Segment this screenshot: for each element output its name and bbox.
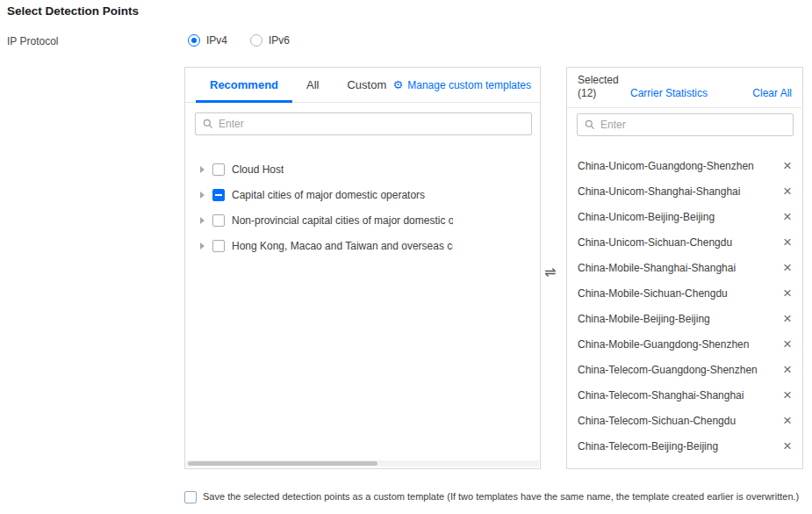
source-search-input[interactable]: [219, 118, 524, 130]
selected-item-label: China-Telecom-Sichuan-Chengdu: [578, 415, 776, 427]
remove-item-icon[interactable]: ×: [783, 158, 792, 173]
remove-item-icon[interactable]: ×: [783, 184, 792, 199]
selected-search-input[interactable]: [600, 119, 786, 131]
selected-item-row: China-Unicom-Guangdong-Shenzhen ×: [567, 153, 802, 178]
tree-item[interactable]: Capital cities of major domestic operato…: [185, 182, 540, 207]
selected-count-value: (12): [578, 87, 596, 99]
tree-item-label: Capital cities of major domestic operato…: [232, 189, 425, 201]
source-search-box: [195, 112, 532, 135]
selected-title-text: Selected: [578, 74, 619, 86]
expand-caret-icon[interactable]: [200, 192, 205, 199]
tree-item-checkbox[interactable]: [212, 240, 225, 252]
tree-item[interactable]: Hong Kong, Macao and Taiwan and overseas…: [185, 233, 540, 258]
selected-item-label: China-Telecom-Guangdong-Shenzhen: [578, 364, 776, 376]
remove-item-icon[interactable]: ×: [783, 362, 792, 377]
tree-item[interactable]: Non-provincial capital cities of major d…: [185, 207, 540, 233]
selected-item-label: China-Telecom-Beijing-Beijing: [578, 440, 776, 452]
source-panel: Recommend All Custom ⚙ Manage custom tem…: [184, 67, 541, 469]
remove-item-icon[interactable]: ×: [783, 438, 792, 453]
selected-panel: Selected (12) Carrier Statistics Clear A…: [566, 67, 803, 469]
selected-item-row: China-Unicom-Sichuan-Chengdu ×: [567, 229, 802, 255]
tab-recommend[interactable]: Recommend: [196, 68, 292, 102]
selected-item-row: China-Telecom-Sichuan-Chengdu ×: [567, 408, 802, 433]
remove-item-icon[interactable]: ×: [783, 387, 792, 402]
ip-protocol-label: IP Protocol: [7, 35, 58, 47]
selected-search-box: [577, 113, 794, 136]
tree-list: Cloud Host Capital cities of major domes…: [185, 156, 540, 258]
selected-item-row: China-Mobile-Sichuan-Chengdu ×: [567, 280, 802, 306]
search-icon: [203, 119, 213, 129]
tree-item-checkbox[interactable]: [212, 163, 225, 176]
gear-icon: ⚙: [393, 79, 404, 90]
scrollbar-thumb[interactable]: [188, 461, 377, 466]
selected-item-label: China-Mobile-Beijing-Beijing: [578, 313, 776, 325]
selected-item-row: China-Mobile-Beijing-Beijing ×: [567, 306, 802, 331]
tree-item-label: Cloud Host: [232, 163, 284, 176]
tab-custom[interactable]: Custom: [333, 68, 400, 102]
tree-item-checkbox[interactable]: [212, 189, 225, 201]
selected-item-label: China-Unicom-Guangdong-Shenzhen: [578, 160, 776, 172]
selected-item-label: China-Mobile-Shanghai-Shanghai: [578, 262, 776, 274]
selected-list: China-Unicom-Guangdong-Shenzhen × China-…: [567, 153, 802, 459]
save-template-row: Save the selected detection points as a …: [184, 490, 804, 503]
radio-ipv6[interactable]: IPv6: [250, 34, 290, 47]
select-detection-points-section: Select Detection Points IP Protocol IPv4…: [0, 0, 812, 514]
tree-item-label: Hong Kong, Macao and Taiwan and overseas…: [232, 240, 453, 252]
selected-item-label: China-Mobile-Sichuan-Chengdu: [578, 287, 776, 300]
search-icon: [585, 119, 595, 130]
remove-item-icon[interactable]: ×: [783, 337, 792, 351]
selected-item-row: China-Mobile-Guangdong-Shenzhen ×: [567, 331, 802, 357]
selected-item-label: China-Mobile-Guangdong-Shenzhen: [578, 338, 776, 351]
ip-protocol-radio-group: IPv4 IPv6: [188, 34, 290, 47]
remove-item-icon[interactable]: ×: [783, 260, 792, 275]
selected-count-label: Selected (12): [578, 74, 619, 100]
tab-all[interactable]: All: [292, 68, 333, 102]
expand-caret-icon[interactable]: [200, 217, 205, 224]
selected-item-label: China-Unicom-Sichuan-Chengdu: [578, 236, 776, 249]
remove-item-icon[interactable]: ×: [783, 286, 792, 300]
tree-item-label: Non-provincial capital cities of major d…: [232, 214, 453, 227]
source-tabs-row: Recommend All Custom ⚙ Manage custom tem…: [185, 68, 540, 103]
expand-caret-icon[interactable]: [200, 166, 205, 173]
clear-all-link[interactable]: Clear All: [752, 87, 792, 99]
radio-circle-icon: [250, 34, 262, 47]
save-template-label: Save the selected detection points as a …: [203, 490, 799, 503]
selected-item-label: China-Unicom-Beijing-Beijing: [578, 211, 776, 223]
page-title: Select Detection Points: [7, 4, 139, 18]
selected-item-row: China-Telecom-Guangdong-Shenzhen ×: [567, 357, 802, 382]
selected-item-label: China-Telecom-Shanghai-Shanghai: [578, 389, 776, 402]
selected-item-row: China-Unicom-Shanghai-Shanghai ×: [567, 178, 802, 204]
transfer-arrows-icon: ⇌: [544, 264, 556, 280]
selected-item-row: China-Mobile-Shanghai-Shanghai ×: [567, 255, 802, 280]
manage-custom-templates-label: Manage custom templates: [407, 79, 531, 91]
selected-header: Selected (12) Carrier Statistics Clear A…: [567, 68, 802, 108]
tree-item[interactable]: Cloud Host: [185, 156, 540, 182]
radio-ipv4-label: IPv4: [206, 34, 227, 47]
remove-item-icon[interactable]: ×: [783, 311, 792, 326]
radio-ipv6-label: IPv6: [269, 34, 290, 47]
save-template-checkbox[interactable]: [184, 491, 197, 503]
selected-item-row: China-Unicom-Beijing-Beijing ×: [567, 204, 802, 229]
remove-item-icon[interactable]: ×: [783, 413, 792, 428]
horizontal-scrollbar[interactable]: [186, 460, 539, 467]
tree-item-checkbox[interactable]: [212, 214, 225, 227]
remove-item-icon[interactable]: ×: [783, 235, 792, 250]
selected-item-row: China-Telecom-Beijing-Beijing ×: [567, 433, 802, 459]
expand-caret-icon[interactable]: [200, 243, 205, 250]
radio-circle-icon: [188, 34, 200, 47]
manage-custom-templates-link[interactable]: ⚙ Manage custom templates: [393, 68, 531, 102]
selected-item-row: China-Telecom-Shanghai-Shanghai ×: [567, 382, 802, 408]
radio-ipv4[interactable]: IPv4: [188, 34, 227, 47]
selected-item-label: China-Unicom-Shanghai-Shanghai: [578, 185, 776, 198]
carrier-statistics-link[interactable]: Carrier Statistics: [630, 87, 708, 99]
remove-item-icon[interactable]: ×: [783, 209, 792, 224]
